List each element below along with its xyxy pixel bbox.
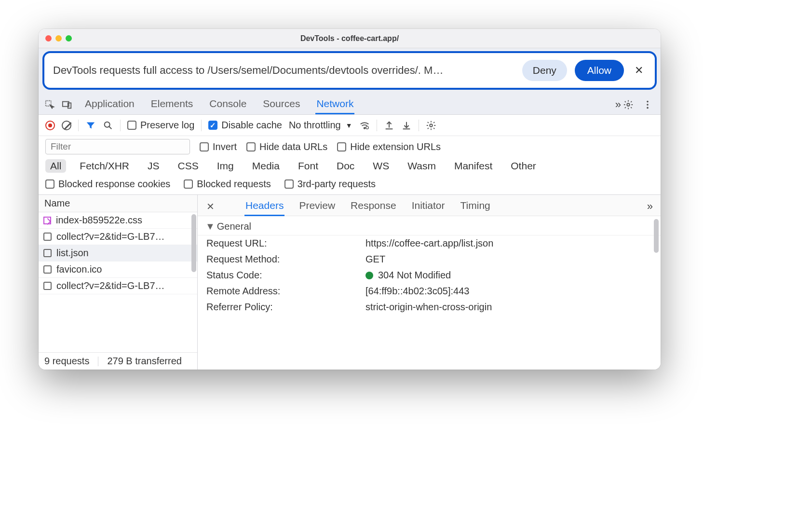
type-filter-font[interactable]: Font: [293, 159, 323, 173]
header-row: Request Method:GET: [198, 251, 661, 267]
type-filter-all[interactable]: All: [45, 159, 66, 173]
kebab-menu-icon[interactable]: [642, 99, 653, 110]
allow-button[interactable]: Allow: [575, 60, 624, 81]
titlebar: DevTools - coffee-cart.app/: [39, 29, 661, 48]
general-group-header[interactable]: ▼General: [198, 218, 661, 235]
network-conditions-icon[interactable]: [359, 120, 370, 131]
type-filter-img[interactable]: Img: [212, 159, 239, 173]
permission-banner-wrap: DevTools requests full access to /Users/…: [39, 48, 661, 93]
blocked-requests-toggle[interactable]: Blocked requests: [184, 179, 271, 190]
inspect-element-icon[interactable]: [44, 99, 55, 110]
tab-network[interactable]: Network: [315, 95, 354, 114]
detail-tab-preview[interactable]: Preview: [298, 197, 336, 216]
record-button[interactable]: [45, 121, 55, 130]
disclosure-triangle-icon: ▼: [205, 221, 215, 232]
blocked-filters-row: Blocked response cookies Blocked request…: [39, 176, 661, 195]
svg-point-7: [105, 122, 110, 127]
third-party-label: 3rd-party requests: [298, 179, 376, 190]
detail-tab-headers[interactable]: Headers: [244, 197, 284, 216]
tab-application[interactable]: Application: [84, 95, 135, 114]
minimize-window[interactable]: [55, 35, 62, 41]
invert-toggle[interactable]: Invert: [200, 141, 237, 152]
network-settings-gear-icon[interactable]: [426, 120, 436, 131]
content-area: Name index-b859522e.csscollect?v=2&tid=G…: [39, 195, 661, 370]
close-banner-icon[interactable]: ✕: [632, 64, 646, 77]
third-party-toggle[interactable]: 3rd-party requests: [284, 179, 376, 190]
request-name: list.json: [56, 248, 89, 259]
filter-input[interactable]: [45, 139, 190, 154]
checkbox-icon: [200, 142, 209, 151]
hide-extension-urls-toggle[interactable]: Hide extension URLs: [337, 141, 441, 152]
svg-point-10: [430, 124, 433, 127]
device-toolbar-icon[interactable]: [62, 99, 72, 110]
request-name: collect?v=2&tid=G-LB7…: [56, 280, 165, 291]
request-row[interactable]: index-b859522e.css: [39, 212, 197, 229]
tab-sources[interactable]: Sources: [262, 95, 301, 114]
preserve-log-toggle[interactable]: Preserve log: [127, 120, 194, 131]
network-toolbar: Preserve log Disable cache No throttling…: [39, 115, 661, 136]
type-filter-wasm[interactable]: Wasm: [403, 159, 441, 173]
header-value: strict-origin-when-cross-origin: [365, 302, 652, 313]
more-detail-tabs-icon[interactable]: »: [647, 200, 653, 213]
request-name: collect?v=2&tid=G-LB7…: [56, 231, 165, 242]
requests-header[interactable]: Name: [39, 195, 197, 212]
blocked-cookies-toggle[interactable]: Blocked response cookies: [45, 179, 170, 190]
search-icon[interactable]: [103, 120, 113, 131]
scrollbar-thumb[interactable]: [191, 214, 196, 272]
detail-tab-initiator[interactable]: Initiator: [411, 197, 446, 216]
svg-point-3: [627, 103, 630, 106]
throttling-select[interactable]: No throttling ▼: [289, 120, 352, 131]
disable-cache-toggle[interactable]: Disable cache: [208, 120, 282, 131]
type-filter-css[interactable]: CSS: [173, 159, 203, 173]
zoom-window[interactable]: [66, 35, 72, 41]
checkbox-icon: [246, 142, 256, 151]
filter-toggle-icon[interactable]: [85, 120, 96, 131]
close-detail-icon[interactable]: ✕: [203, 200, 217, 213]
detail-tab-response[interactable]: Response: [350, 197, 397, 216]
settings-gear-icon[interactable]: [623, 99, 634, 110]
type-filter-fetchxhr[interactable]: Fetch/XHR: [75, 159, 134, 173]
tab-elements[interactable]: Elements: [150, 95, 194, 114]
type-filter-js[interactable]: JS: [143, 159, 164, 173]
svg-point-9: [365, 126, 368, 129]
request-row[interactable]: collect?v=2&tid=G-LB7…: [39, 229, 197, 245]
separator: [78, 120, 79, 131]
request-row[interactable]: list.json: [39, 245, 197, 262]
checkbox-icon: [184, 179, 193, 189]
clear-button[interactable]: [62, 121, 71, 130]
invert-label: Invert: [213, 141, 237, 152]
general-label: General: [217, 221, 251, 232]
detail-tabs: ✕ HeadersPreviewResponseInitiatorTiming»: [198, 195, 661, 216]
blocked-cookies-label: Blocked response cookies: [58, 179, 170, 190]
deny-button[interactable]: Deny: [522, 60, 567, 81]
panel-tabs: ApplicationElementsConsoleSourcesNetwork: [84, 95, 613, 114]
request-row[interactable]: favicon.ico: [39, 262, 197, 278]
more-tabs-icon[interactable]: »: [615, 98, 621, 111]
header-row: Referrer Policy:strict-origin-when-cross…: [198, 299, 661, 315]
header-value: 304 Not Modified: [365, 270, 652, 281]
type-filter-media[interactable]: Media: [247, 159, 284, 173]
detail-tab-timing[interactable]: Timing: [460, 197, 491, 216]
request-row[interactable]: collect?v=2&tid=G-LB7…: [39, 278, 197, 294]
type-filter-manifest[interactable]: Manifest: [449, 159, 497, 173]
type-filter-other[interactable]: Other: [506, 159, 541, 173]
svg-point-4: [647, 100, 649, 102]
caret-down-icon: ▼: [346, 122, 352, 129]
tab-console[interactable]: Console: [208, 95, 247, 114]
override-icon: [43, 217, 51, 224]
checkbox-icon: [208, 121, 217, 130]
import-har-icon[interactable]: [401, 120, 412, 131]
svg-point-5: [647, 104, 649, 106]
header-value-text: [64:ff9b::4b02:3c05]:443: [365, 286, 469, 297]
hide-data-urls-toggle[interactable]: Hide data URLs: [246, 141, 327, 152]
requests-pane: Name index-b859522e.csscollect?v=2&tid=G…: [39, 195, 198, 370]
export-har-icon[interactable]: [384, 120, 394, 131]
close-window[interactable]: [45, 35, 52, 41]
scrollbar-thumb[interactable]: [654, 219, 659, 253]
separator: [377, 120, 377, 131]
header-value-text: https://coffee-cart.app/list.json: [365, 238, 493, 249]
type-filter-doc[interactable]: Doc: [332, 159, 359, 173]
hide-extension-urls-label: Hide extension URLs: [350, 141, 441, 152]
header-key: Remote Address:: [206, 286, 365, 297]
type-filter-ws[interactable]: WS: [368, 159, 394, 173]
